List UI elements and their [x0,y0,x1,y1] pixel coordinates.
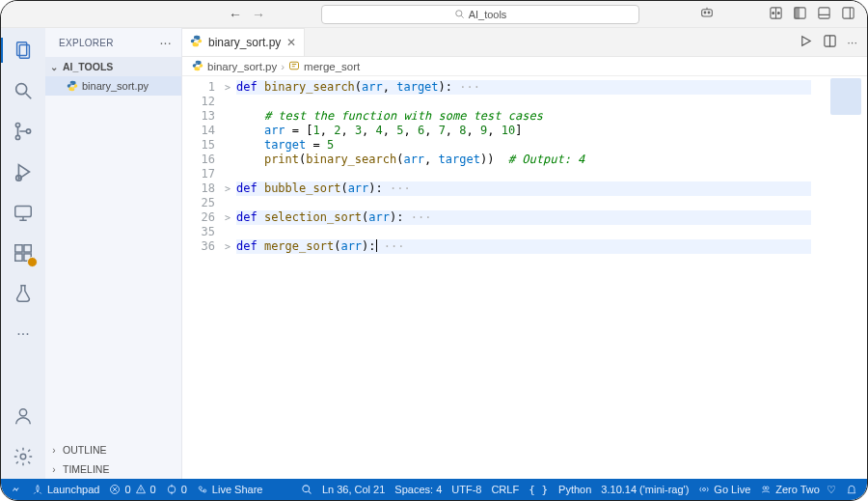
svg-rect-11 [795,7,800,17]
activity-bar: ··· [1,28,45,479]
sidebar-folder-root[interactable]: ⌄ AI_TOOLS [45,57,181,76]
python-file-icon [67,80,78,92]
more-tab-icon[interactable]: ··· [9,320,38,348]
layout-bottom-icon[interactable] [817,6,831,23]
svg-point-49 [703,488,706,491]
svg-point-22 [26,129,30,133]
status-launchpad[interactable]: Launchpad [32,484,99,495]
svg-point-50 [763,487,766,489]
status-cursor-pos[interactable]: Ln 36, Col 21 [322,484,385,495]
explorer-sidebar: EXPLORER ··· ⌄ AI_TOOLS binary_sort.py ›… [45,28,182,479]
extensions-badge-icon [27,257,38,267]
svg-point-47 [303,486,310,492]
svg-point-51 [766,487,769,489]
nav-forward-icon: → [250,7,267,22]
status-problems[interactable]: 0 0 [109,484,155,495]
title-bar: ← → AI_tools [1,1,867,28]
chevron-right-icon: › [49,464,59,475]
chevron-down-icon: ⌄ [49,62,59,72]
layout-editor-icon[interactable] [769,6,783,23]
svg-rect-2 [702,9,713,15]
svg-rect-25 [15,207,32,217]
breadcrumb-sep-icon: › [281,61,285,72]
run-debug-tab-icon[interactable] [9,157,38,186]
settings-gear-icon[interactable] [9,442,38,471]
status-go-live[interactable]: Go Live [698,484,750,495]
command-center-search[interactable]: AI_tools [321,5,639,24]
remote-explorer-tab-icon[interactable] [9,198,38,227]
run-file-icon[interactable] [799,34,813,51]
python-file-icon [190,35,203,50]
status-indent[interactable]: Spaces: 4 [394,484,442,495]
layout-panel-icon[interactable] [793,6,807,23]
testing-tab-icon[interactable] [9,279,38,308]
status-theme[interactable]: Zero Two ♡ [760,484,836,496]
svg-line-19 [26,94,32,99]
editor-tab-active[interactable]: binary_sort.py ✕ [182,28,305,56]
python-file-icon [192,60,203,73]
code-editor[interactable]: 11213141516171825263536 >>>> def binary_… [182,76,867,479]
svg-point-21 [15,135,19,139]
status-zoom-icon[interactable] [301,484,312,495]
status-remote-button[interactable] [11,484,22,495]
split-editor-icon[interactable] [823,34,837,51]
line-gutter: 11213141516171825263536 [182,76,221,479]
svg-point-3 [704,12,706,14]
svg-point-0 [455,11,461,16]
explorer-tab-icon[interactable] [9,36,38,65]
svg-line-1 [461,15,463,17]
svg-rect-29 [24,245,31,252]
fold-gutter[interactable]: >>>> [221,76,234,479]
svg-rect-30 [15,254,22,261]
code-content[interactable]: def binary_search(arr, target): ··· # te… [234,76,867,479]
svg-point-32 [19,409,26,416]
breadcrumb[interactable]: binary_sort.py › merge_sort [182,57,867,76]
editor-group: binary_sort.py ✕ ··· binary_sort.py › me… [182,28,867,479]
status-interpreter[interactable]: 3.10.14 ('mini-rag') [601,484,689,495]
copilot-icon[interactable] [699,5,715,24]
chevron-right-icon: › [49,445,59,456]
svg-point-45 [199,487,202,489]
minimap[interactable] [825,76,867,479]
svg-rect-28 [15,245,22,252]
sidebar-panel-timeline[interactable]: › TIMELINE [45,459,181,479]
source-control-tab-icon[interactable] [9,117,38,146]
extensions-tab-icon[interactable] [9,238,38,267]
status-eol[interactable]: CRLF [491,484,519,495]
editor-more-icon[interactable]: ··· [847,35,857,49]
search-tab-icon[interactable] [9,76,38,105]
status-bar: Launchpad 0 0 0 Live Share Ln 36, Col 21… [1,479,867,500]
sidebar-header: EXPLORER ··· [45,28,181,57]
svg-rect-14 [843,7,854,17]
nav-back-icon[interactable]: ← [227,7,244,22]
layout-right-icon[interactable] [841,6,855,23]
sidebar-actions-icon[interactable]: ··· [159,36,172,49]
account-icon[interactable] [9,402,38,431]
svg-point-18 [16,84,27,95]
svg-rect-12 [819,7,829,17]
svg-line-48 [309,491,312,494]
status-encoding[interactable]: UTF-8 [451,484,481,495]
svg-point-20 [15,123,19,126]
search-icon [454,9,465,19]
svg-point-8 [773,12,774,14]
svg-point-9 [777,12,779,14]
sidebar-file-item[interactable]: binary_sort.py [45,76,181,96]
svg-point-4 [708,12,710,14]
close-tab-icon[interactable]: ✕ [286,36,296,49]
status-notifications-icon[interactable] [846,484,857,495]
sidebar-panel-outline[interactable]: › OUTLINE [45,440,181,459]
svg-rect-37 [290,62,299,70]
status-language[interactable]: { } Python [529,484,591,496]
status-ports[interactable]: 0 [166,484,187,495]
status-live-share[interactable]: Live Share [197,484,263,495]
symbol-function-icon [288,60,300,73]
svg-marker-34 [802,36,810,44]
editor-tabs: binary_sort.py ✕ ··· [182,28,867,57]
svg-point-33 [20,454,26,459]
